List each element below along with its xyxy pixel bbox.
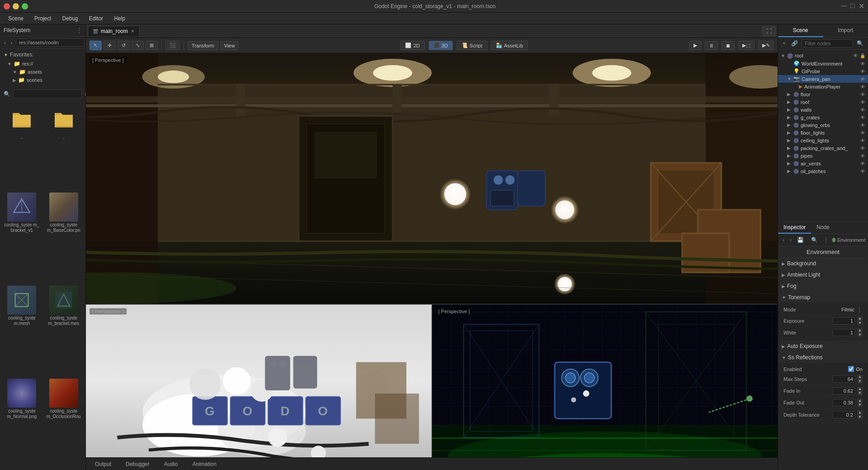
node-vis-btn[interactable]: 👁 (860, 138, 865, 143)
list-item[interactable]: cooling_system_BaseColor.pn (44, 191, 84, 282)
tree-item-assets[interactable]: ▼ 📁 assets (4, 68, 82, 76)
nav-forward-btn[interactable]: › (9, 39, 14, 47)
play-btn[interactable]: ▶ (689, 41, 701, 50)
node-vis-btn[interactable]: 👁 (860, 92, 865, 97)
depthtolerance-down-btn[interactable]: ▼ (857, 415, 863, 419)
scene-search-btn[interactable]: 🔍 (855, 39, 865, 47)
section-autoexposure-header[interactable]: ▶ Auto Exposure (778, 341, 868, 352)
section-background-header[interactable]: ▶ Background (778, 258, 868, 269)
section-ssreflections-header[interactable]: ▼ Ss Reflections (778, 352, 868, 363)
rotate-tool-btn[interactable]: ↺ (118, 41, 130, 50)
scale-tool-btn[interactable]: ⤡ (132, 41, 144, 50)
tab-output[interactable]: Output (90, 460, 117, 469)
node-vis-btn[interactable]: 👁 (860, 99, 865, 105)
transform-btn[interactable]: Transform (188, 41, 218, 50)
section-fog-header[interactable]: ▶ Fog (778, 281, 868, 291)
tree-item-res[interactable]: ▼ 📁 res:// (4, 60, 82, 68)
maximize-window-btn[interactable] (22, 3, 28, 9)
node-visibility-btn[interactable]: 👁 (853, 53, 858, 58)
menu-project[interactable]: Project (30, 14, 56, 23)
fadein-up-btn[interactable]: ▲ (857, 387, 863, 391)
viewport-top[interactable]: [ Perspective ] (86, 53, 778, 304)
play-custom-btn[interactable]: ▶✎ (758, 41, 774, 50)
scene-node-root[interactable]: ▼ ⬤ root 👁 🔒 (778, 52, 868, 60)
maxsteps-input[interactable] (833, 376, 855, 383)
node-vis-btn[interactable]: 👁 (860, 146, 865, 151)
mode-3d-btn[interactable]: ⬛ 3D (429, 41, 453, 50)
menu-editor[interactable]: Editor (85, 14, 108, 23)
tab-inspector[interactable]: Inspector (778, 222, 811, 234)
scene-node-gcrates[interactable]: ▶ ⬤ g_crates 👁 (778, 113, 868, 121)
maxsteps-down-btn[interactable]: ▼ (857, 379, 863, 384)
white-up-btn[interactable]: ▲ (857, 328, 863, 333)
tab-audio[interactable]: Audio (159, 460, 184, 469)
fadeout-down-btn[interactable]: ▼ (857, 403, 863, 407)
list-item[interactable]: cooling_system.mesh (2, 284, 42, 375)
scene-node-giprobe[interactable]: 💡 GIProbe 👁 (778, 67, 868, 75)
scene-node-floorlights[interactable]: ▶ ⬤ floor_lights 👁 (778, 129, 868, 136)
scene-node-roof[interactable]: ▶ ⬤ roof 👁 (778, 98, 868, 106)
filesystem-menu-icon[interactable]: ⋮ (76, 27, 82, 33)
maxsteps-up-btn[interactable]: ▲ (857, 375, 863, 379)
scene-node-animplayer[interactable]: ▶ AnimationPlayer 👁 (778, 83, 868, 90)
list-item[interactable]: cooling_system_Normal.png (2, 377, 42, 468)
minimize-icon[interactable]: ─ (842, 2, 847, 10)
depthtolerance-up-btn[interactable]: ▲ (857, 410, 863, 415)
stop-btn[interactable]: ⏹ (722, 41, 735, 50)
inspector-more-btn[interactable]: ⋮ (821, 236, 830, 244)
scene-search-input[interactable] (802, 39, 853, 47)
tab-scene[interactable]: Scene (778, 24, 823, 37)
white-input[interactable] (833, 329, 855, 336)
node-vis-btn[interactable]: 👁 (860, 122, 865, 128)
menu-help[interactable]: Help (109, 14, 130, 23)
scene-node-oilpatches[interactable]: ▶ ⬤ oil_patches 👁 (778, 167, 868, 175)
exposure-input[interactable] (833, 317, 855, 324)
scene-node-ceilinglights[interactable]: ▶ ⬤ ceiling_lights 👁 (778, 136, 868, 144)
scene-node-camerapan[interactable]: ▼ 📷 Camera_pan 👁 (778, 75, 868, 83)
viewport-bottom-left[interactable]: [ Perspective ] (86, 304, 432, 457)
close-icon[interactable]: ✕ (859, 2, 864, 10)
section-tonemap-header[interactable]: ▼ Tonemap (778, 292, 868, 303)
tab-close-btn[interactable]: ✕ (131, 28, 135, 34)
scene-node-pipes[interactable]: ▶ ⬤ pipes 👁 (778, 152, 868, 160)
depthtolerance-input[interactable] (833, 411, 855, 418)
tab-import[interactable]: Import (823, 24, 868, 37)
scene-node-glowingorbs[interactable]: ▶ ⬤ glowing_orbs 👁 (778, 121, 868, 129)
tab-animation[interactable]: Animation (187, 460, 222, 469)
inspector-save-btn[interactable]: 💾 (795, 236, 806, 244)
play-scene-btn[interactable]: ▶⬚ (738, 41, 755, 50)
inspector-back-btn[interactable]: ‹ (781, 236, 786, 244)
view-btn[interactable]: View (220, 41, 239, 50)
add-node-btn[interactable]: + (781, 39, 788, 47)
white-down-btn[interactable]: ▼ (857, 333, 863, 337)
scene-node-worldenv[interactable]: 🌍 WorldEnvironment 👁 (778, 60, 868, 67)
viewport-maximize-btn[interactable]: ⛶ (762, 26, 776, 36)
menu-scene[interactable]: Scene (4, 14, 28, 23)
assetlib-btn[interactable]: 🏪 AssetLib (491, 41, 528, 50)
section-ambient-header[interactable]: ▶ Ambient Light (778, 269, 868, 280)
node-vis-btn[interactable]: 👁 (860, 76, 865, 82)
file-search-input[interactable] (13, 89, 82, 99)
node-vis-btn[interactable]: 👁 (860, 161, 865, 166)
list-item[interactable]: cooling_system_OcclusionRou (44, 377, 84, 468)
list-item[interactable]: .. (44, 103, 84, 189)
exposure-up-btn[interactable]: ▲ (857, 316, 863, 321)
fadeout-input[interactable] (833, 399, 855, 406)
node-vis-btn[interactable]: 👁 (860, 169, 865, 174)
close-window-btn[interactable] (4, 3, 10, 9)
list-item[interactable]: cooling_syste m_bracket_v1 (2, 191, 42, 282)
node-vis-btn[interactable]: 👁 (860, 153, 865, 159)
tab-debugger[interactable]: Debugger (120, 460, 155, 469)
inspector-search-btn[interactable]: 🔍 (809, 236, 820, 244)
fadein-input[interactable] (833, 387, 855, 395)
pause-btn[interactable]: ⏸ (705, 41, 718, 50)
tab-main-room[interactable]: 🎬 main_room ✕ (88, 26, 140, 36)
scene-node-airvents[interactable]: ▶ ⬤ air_vents 👁 (778, 160, 868, 167)
node-vis-btn[interactable]: 👁 (860, 107, 865, 113)
snap-tool-btn[interactable]: ⬛ (165, 41, 180, 50)
nav-back-btn[interactable]: ‹ (3, 39, 7, 47)
mode-dropdown-btn[interactable]: ⋮ (856, 306, 863, 313)
mode-2d-btn[interactable]: ⬜ 2D (400, 41, 425, 50)
node-vis-btn[interactable]: 👁 (860, 84, 865, 89)
node-vis-btn[interactable]: 👁 (860, 61, 865, 66)
